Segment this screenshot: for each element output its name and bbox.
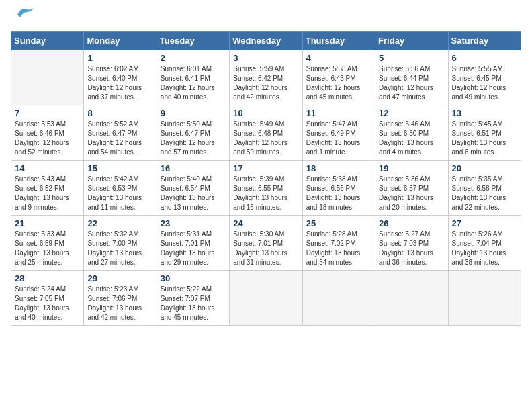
day-info-line: Sunrise: 6:02 AM: [87, 65, 138, 73]
day-info: Sunrise: 5:50 AMSunset: 6:47 PMDaylight:…: [161, 120, 226, 157]
day-info: Sunrise: 5:46 AMSunset: 6:50 PMDaylight:…: [379, 120, 444, 157]
weekday-header-thursday: Thursday: [302, 32, 375, 50]
day-info-line: and 31 minutes.: [233, 259, 281, 266]
day-info: Sunrise: 5:52 AMSunset: 6:47 PMDaylight:…: [87, 120, 152, 157]
day-info-line: and 38 minutes.: [452, 259, 500, 266]
day-info-line: and 59 minutes.: [233, 148, 281, 156]
day-info-line: Sunset: 6:59 PM: [15, 240, 64, 247]
day-info-line: and 1 minute.: [306, 148, 347, 156]
day-info-line: Daylight: 12 hours: [15, 139, 69, 146]
calendar-cell: 27Sunrise: 5:26 AMSunset: 7:04 PMDayligh…: [448, 216, 521, 271]
day-info-line: and 54 minutes.: [87, 148, 135, 156]
calendar-cell: 7Sunrise: 5:53 AMSunset: 6:46 PMDaylight…: [11, 105, 84, 161]
calendar-cell: 19Sunrise: 5:36 AMSunset: 6:57 PMDayligh…: [375, 161, 448, 216]
day-info-line: Sunrise: 5:56 AM: [379, 65, 430, 73]
day-info-line: Sunset: 6:47 PM: [161, 130, 210, 137]
day-info: Sunrise: 5:59 AMSunset: 6:42 PMDaylight:…: [233, 64, 298, 102]
calendar-cell: 1Sunrise: 6:02 AMSunset: 6:40 PMDaylight…: [84, 50, 157, 105]
day-info-line: Sunset: 7:00 PM: [87, 240, 137, 247]
calendar-cell: 15Sunrise: 5:42 AMSunset: 6:53 PMDayligh…: [84, 161, 157, 216]
day-info-line: Sunrise: 5:36 AM: [379, 175, 430, 183]
day-number: 2: [161, 53, 226, 63]
day-info-line: Sunset: 6:46 PM: [15, 130, 64, 137]
calendar-cell: [448, 271, 521, 326]
day-number: 4: [306, 53, 371, 63]
day-info-line: and 34 minutes.: [306, 259, 354, 266]
day-info: Sunrise: 5:56 AMSunset: 6:44 PMDaylight:…: [379, 64, 444, 102]
day-info-line: Daylight: 13 hours: [306, 194, 361, 201]
day-info-line: Sunrise: 5:45 AM: [452, 120, 503, 128]
day-info-line: Sunset: 6:40 PM: [87, 75, 137, 82]
day-info-line: and 13 minutes.: [161, 203, 208, 211]
day-info: Sunrise: 5:43 AMSunset: 6:52 PMDaylight:…: [15, 175, 80, 212]
day-number: 10: [233, 108, 298, 118]
weekday-header-row: SundayMondayTuesdayWednesdayThursdayFrid…: [11, 32, 521, 50]
calendar-cell: 9Sunrise: 5:50 AMSunset: 6:47 PMDaylight…: [157, 105, 229, 161]
day-info: Sunrise: 5:35 AMSunset: 6:58 PMDaylight:…: [452, 175, 517, 212]
calendar-cell: 24Sunrise: 5:30 AMSunset: 7:01 PMDayligh…: [230, 216, 302, 271]
day-number: 5: [379, 53, 444, 63]
day-number: 28: [15, 273, 80, 283]
day-info-line: Sunrise: 5:58 AM: [306, 65, 357, 73]
day-number: 29: [87, 273, 152, 283]
week-row-3: 14Sunrise: 5:43 AMSunset: 6:52 PMDayligh…: [11, 161, 521, 216]
day-info: Sunrise: 5:22 AMSunset: 7:07 PMDaylight:…: [161, 285, 226, 322]
day-number: 17: [233, 163, 298, 173]
day-number: 30: [161, 273, 226, 283]
day-info-line: Sunrise: 5:49 AM: [233, 120, 284, 128]
day-info-line: Sunset: 6:49 PM: [306, 130, 356, 137]
day-number: 9: [161, 108, 226, 118]
day-info-line: Sunrise: 5:23 AM: [87, 285, 138, 293]
calendar-cell: 29Sunrise: 5:23 AMSunset: 7:06 PMDayligh…: [84, 271, 157, 326]
day-info-line: Daylight: 13 hours: [87, 249, 142, 257]
calendar-cell: 8Sunrise: 5:52 AMSunset: 6:47 PMDaylight…: [84, 105, 157, 161]
day-info: Sunrise: 5:31 AMSunset: 7:01 PMDaylight:…: [161, 230, 226, 267]
day-info-line: and 40 minutes.: [15, 314, 62, 321]
day-info-line: Sunset: 6:45 PM: [452, 75, 502, 82]
day-number: 7: [15, 108, 80, 118]
day-info-line: Sunrise: 5:33 AM: [15, 230, 66, 238]
day-info-line: and 52 minutes.: [15, 148, 62, 156]
weekday-header-friday: Friday: [375, 32, 448, 50]
day-info-line: Sunrise: 5:35 AM: [452, 175, 503, 183]
day-number: 3: [233, 53, 298, 63]
day-info-line: Sunrise: 5:38 AM: [306, 175, 357, 183]
weekday-header-tuesday: Tuesday: [157, 32, 229, 50]
day-info-line: Sunset: 6:57 PM: [379, 185, 429, 192]
day-info-line: and 25 minutes.: [15, 259, 62, 266]
day-info-line: Sunset: 6:50 PM: [379, 130, 429, 137]
logo-bird-icon: [13, 5, 35, 23]
day-info-line: Daylight: 12 hours: [233, 139, 287, 146]
day-info: Sunrise: 5:47 AMSunset: 6:49 PMDaylight:…: [306, 120, 371, 157]
day-info: Sunrise: 5:30 AMSunset: 7:01 PMDaylight:…: [233, 230, 298, 267]
calendar-cell: 21Sunrise: 5:33 AMSunset: 6:59 PMDayligh…: [11, 216, 84, 271]
day-info-line: Sunrise: 5:31 AM: [161, 230, 212, 238]
day-info-line: and 16 minutes.: [233, 203, 281, 211]
day-info-line: Sunrise: 5:43 AM: [15, 175, 66, 183]
day-info-line: Sunrise: 5:32 AM: [87, 230, 138, 238]
day-info-line: Sunrise: 5:47 AM: [306, 120, 357, 128]
day-info-line: Sunrise: 5:24 AM: [15, 285, 66, 293]
day-info-line: Sunset: 6:41 PM: [161, 75, 210, 82]
day-info-line: Daylight: 13 hours: [161, 304, 215, 312]
day-info-line: Sunrise: 5:27 AM: [379, 230, 430, 238]
weekday-header-wednesday: Wednesday: [230, 32, 302, 50]
day-info: Sunrise: 5:55 AMSunset: 6:45 PMDaylight:…: [452, 64, 517, 102]
day-info-line: Sunset: 6:48 PM: [233, 130, 283, 137]
day-info-line: Daylight: 12 hours: [452, 84, 506, 91]
week-row-4: 21Sunrise: 5:33 AMSunset: 6:59 PMDayligh…: [11, 216, 521, 271]
day-info-line: Daylight: 13 hours: [379, 249, 433, 257]
day-info-line: Daylight: 13 hours: [379, 194, 433, 201]
day-number: 13: [452, 108, 517, 118]
day-info-line: Sunset: 6:42 PM: [233, 75, 283, 82]
day-number: 1: [87, 53, 152, 63]
calendar-cell: 2Sunrise: 6:01 AMSunset: 6:41 PMDaylight…: [157, 50, 229, 105]
day-info-line: Sunrise: 6:01 AM: [161, 65, 212, 73]
calendar-cell: 10Sunrise: 5:49 AMSunset: 6:48 PMDayligh…: [230, 105, 302, 161]
calendar-cell: 30Sunrise: 5:22 AMSunset: 7:07 PMDayligh…: [157, 271, 229, 326]
day-info-line: Daylight: 12 hours: [233, 84, 287, 91]
day-info-line: Sunset: 7:07 PM: [161, 295, 210, 302]
day-info-line: and 9 minutes.: [15, 203, 59, 211]
day-info-line: Sunset: 6:53 PM: [87, 185, 137, 192]
day-info-line: Sunset: 6:51 PM: [452, 130, 502, 137]
